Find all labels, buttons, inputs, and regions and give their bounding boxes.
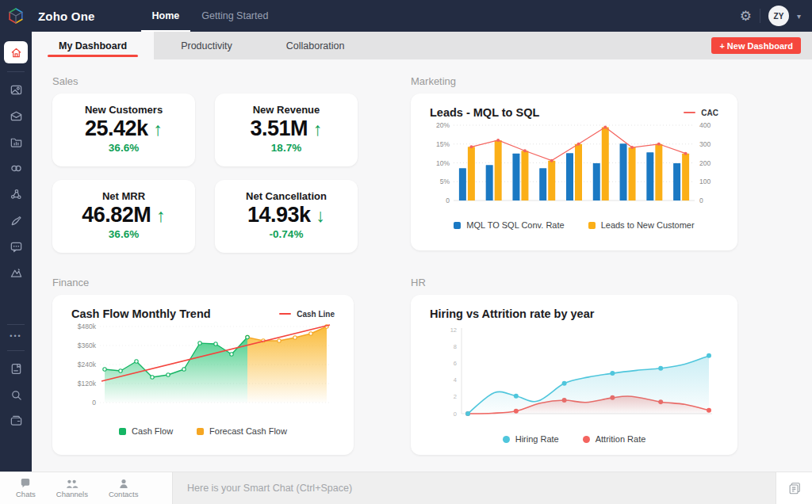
kpi-title: Net MRR: [52, 190, 195, 202]
svg-text:6: 6: [454, 360, 457, 367]
legend-cash-flow[interactable]: Cash Flow: [119, 426, 173, 436]
hr-chart-canvas: 1286420: [430, 325, 718, 428]
hr-chart-card: Hiring vs Attrition rate by year 1286420…: [411, 295, 737, 455]
avatar[interactable]: ZY: [768, 6, 789, 26]
finance-chart-header: Cash Flow Monthly Trend Cash Line: [71, 307, 335, 320]
smart-chat-bar: Chats Channels Contacts Here is your Sma…: [0, 472, 812, 504]
sidebar-item-chat[interactable]: [0, 234, 32, 260]
svg-text:0: 0: [699, 197, 703, 204]
sidebar-item-gallery[interactable]: [0, 77, 32, 103]
svg-text:5%: 5%: [440, 178, 450, 185]
kpi-card-new-revenue: New Revenue 3.51M↑ 18.7%: [215, 94, 358, 166]
kpi-card-net-cancellation: Net Cancellation 14.93k↓ -0.74%: [215, 180, 358, 253]
svg-text:400: 400: [699, 121, 710, 129]
sidebar-item-compose[interactable]: [0, 208, 32, 234]
sidebar-item-notebook[interactable]: [0, 356, 32, 382]
svg-text:$480k: $480k: [78, 323, 97, 330]
share-nodes-icon: [10, 188, 23, 201]
compose-pen-icon: [10, 214, 23, 227]
sidebar-item-reports[interactable]: [0, 129, 32, 155]
sidebar-divider: [7, 324, 25, 325]
cash-line-legend-label: Cash Line: [297, 310, 335, 319]
legend-forecast-cash-flow[interactable]: Forecast Cash Flow: [197, 426, 287, 436]
link-icon: [10, 162, 23, 175]
brand-title: Zoho One: [38, 10, 95, 23]
zoho-logo[interactable]: [0, 0, 32, 32]
sidebar-item-mail[interactable]: [0, 103, 32, 129]
kpi-title: Net Cancellation: [215, 190, 358, 202]
sidebar-item-home[interactable]: [4, 41, 28, 63]
documents-button[interactable]: [776, 472, 812, 504]
chart-title: Cash Flow Monthly Trend: [71, 307, 211, 320]
cac-legend-label: CAC: [701, 109, 718, 117]
section-label-marketing: Marketing: [411, 75, 456, 87]
sidebar-item-link[interactable]: [0, 155, 32, 181]
tab-productivity[interactable]: Productivity: [154, 32, 259, 59]
sidebar-item-share[interactable]: [0, 181, 32, 208]
svg-text:$240k: $240k: [78, 361, 97, 368]
contacts-button[interactable]: Contacts: [109, 479, 139, 498]
kpi-change: 18.7%: [215, 142, 358, 154]
legend-label: Hiring Rate: [515, 434, 559, 444]
top-nav: Home Getting Started: [141, 0, 280, 32]
topbar-actions: ⚙ ZY ▾: [740, 6, 812, 26]
contacts-label: Contacts: [109, 490, 139, 498]
dashboard-main: Sales New Customers 25.42k↑ 36.6% New Re…: [32, 59, 812, 472]
kpi-title: New Customers: [52, 104, 195, 116]
kpi-card-new-customers: New Customers 25.42k↑ 36.6%: [52, 94, 195, 166]
legend-hiring-rate[interactable]: Hiring Rate: [503, 434, 559, 444]
svg-text:100: 100: [699, 178, 710, 185]
chats-button[interactable]: Chats: [16, 479, 36, 498]
legend-leads-to-new-customer[interactable]: Leads to New Customer: [588, 220, 695, 230]
kpi-change: -0.74%: [215, 228, 358, 240]
notebook-icon: [10, 362, 23, 376]
new-dashboard-button[interactable]: + New Dashboard: [711, 37, 801, 54]
tab-collaboration[interactable]: Collaboration: [259, 32, 372, 59]
svg-text:$120k: $120k: [78, 380, 97, 388]
sidebar-divider: [7, 350, 25, 351]
content-area: My Dashboard Productivity Collaboration …: [32, 32, 812, 472]
legend-label: Forecast Cash Flow: [209, 426, 287, 436]
kpi-value: 25.42k: [85, 116, 148, 141]
cac-line-swatch-icon: [684, 112, 695, 114]
svg-text:12: 12: [450, 326, 457, 334]
more-apps-icon[interactable]: •••: [10, 330, 21, 342]
legend-mql-to-sql[interactable]: MQL TO SQL Conv. Rate: [454, 220, 564, 230]
svg-text:10%: 10%: [436, 159, 450, 167]
marketing-legend: MQL TO SQL Conv. Rate Leads to New Custo…: [430, 220, 718, 230]
contacts-icon: [119, 479, 128, 489]
svg-text:0: 0: [454, 410, 457, 418]
sidebar-item-search-apps[interactable]: [0, 382, 32, 408]
nav-home[interactable]: Home: [141, 0, 191, 32]
cash-line-legend[interactable]: Cash Line: [279, 310, 335, 319]
legend-attrition-rate[interactable]: Attrition Rate: [583, 434, 646, 444]
nav-getting-started[interactable]: Getting Started: [190, 0, 279, 32]
marketing-chart-canvas: 05%10%15%20%0100200300400: [430, 119, 718, 214]
documents-icon: [787, 481, 802, 495]
sidebar-item-analytics[interactable]: [0, 260, 32, 286]
sidebar-item-wallet[interactable]: [0, 408, 32, 434]
chat-shortcuts: Chats Channels Contacts: [0, 472, 173, 504]
tab-my-dashboard[interactable]: My Dashboard: [32, 32, 154, 59]
sidebar-divider: [7, 71, 25, 72]
hr-chart-header: Hiring vs Attrition rate by year: [430, 307, 718, 320]
zoho-one-dashboard: Zoho One Home Getting Started ⚙ ZY ▾: [0, 0, 812, 504]
hr-legend: Hiring Rate Attrition Rate: [430, 434, 718, 444]
finance-chart-canvas: 0$120k$240k$360k$480k: [71, 320, 335, 420]
svg-text:8: 8: [454, 343, 457, 350]
chat-bubble-icon: [10, 240, 23, 254]
cac-legend[interactable]: CAC: [684, 109, 718, 117]
search-icon: [10, 388, 23, 402]
legend-label: Attrition Rate: [596, 434, 646, 444]
chats-label: Chats: [16, 490, 36, 498]
smart-chat-input[interactable]: Here is your Smart Chat (Ctrl+Space): [173, 472, 776, 504]
orange-series-swatch-icon: [197, 428, 204, 435]
marketing-chart-card: Leads - MQL to SQL CAC 05%10%15%20%01002…: [411, 94, 737, 250]
channels-button[interactable]: Channels: [56, 479, 88, 498]
finance-legend: Cash Flow Forecast Cash Flow: [71, 426, 335, 436]
chart-title: Leads - MQL to SQL: [430, 106, 539, 119]
avatar-caret-icon[interactable]: ▾: [797, 12, 801, 21]
trend-up-icon: ↑: [313, 119, 323, 140]
settings-gear-icon[interactable]: ⚙: [740, 10, 752, 23]
kpi-value: 3.51M: [250, 116, 308, 141]
